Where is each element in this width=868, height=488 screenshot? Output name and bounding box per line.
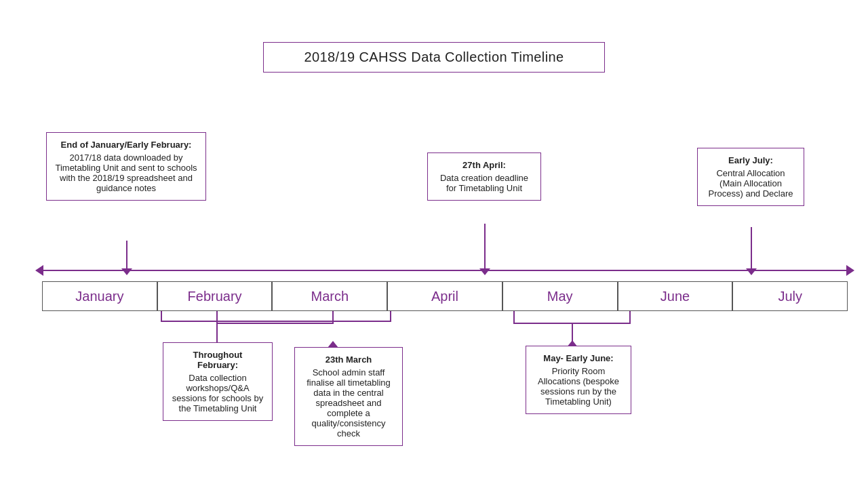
month-may: May — [502, 281, 618, 311]
arrow-left-icon — [35, 265, 43, 276]
callout-march-title: 23th March — [303, 354, 394, 365]
callout-feb-body: Data collection workshops/Q&A sessions f… — [172, 373, 264, 413]
feb-march-bracket — [161, 311, 391, 322]
arrow-down-july — [746, 268, 757, 275]
callout-january: End of January/Early February: 2017/18 d… — [46, 132, 206, 201]
page-title: 2018/19 CAHSS Data Collection Timeline — [304, 49, 564, 64]
bracket-bottom-feb-march — [216, 323, 334, 324]
callout-may-below: May- Early June: Priority Room Allocatio… — [526, 346, 631, 414]
month-january: January — [42, 281, 157, 311]
months-row: January February March April May June Ju… — [42, 281, 848, 311]
month-february: February — [157, 281, 273, 311]
callout-january-body: 2017/18 data downloaded by Timetabling U… — [55, 152, 197, 193]
bracket-left-feb — [216, 311, 218, 323]
callout-april: 27th April: Data creation deadline for T… — [427, 152, 541, 201]
arrow-down-april — [479, 268, 490, 275]
vline-feb-below — [216, 323, 218, 343]
month-july: July — [732, 281, 848, 311]
arrow-down-january — [121, 268, 132, 275]
callout-feb-title: Throughout February: — [172, 350, 264, 370]
callout-january-title: End of January/Early February: — [55, 140, 197, 150]
callout-february-below: Throughout February: Data collection wor… — [163, 342, 273, 421]
month-june: June — [618, 281, 733, 311]
month-march: March — [272, 281, 387, 311]
callout-july-body: Central Allocation (Main Allocation Proc… — [706, 168, 795, 199]
callout-july: Early July: Central Allocation (Main All… — [697, 148, 804, 206]
vline-april — [484, 224, 486, 270]
callout-march-body: School admin staff finalise all timetabl… — [303, 367, 394, 439]
callout-march-below: 23th March School admin staff finalise a… — [294, 347, 403, 446]
title-box: 2018/19 CAHSS Data Collection Timeline — [263, 42, 605, 73]
bracket-right-march — [332, 311, 334, 323]
vline-july — [751, 227, 752, 270]
page: 2018/19 CAHSS Data Collection Timeline J… — [0, 0, 868, 488]
vline-january — [126, 241, 127, 270]
bracket-left-may — [513, 311, 515, 323]
vline-may-below — [572, 323, 573, 342]
callout-april-title: 27th April: — [436, 160, 532, 170]
timeline-line — [42, 270, 848, 271]
callout-may-title: May- Early June: — [534, 353, 623, 363]
bracket-right-may — [629, 311, 631, 323]
callout-july-title: Early July: — [706, 155, 795, 165]
month-april: April — [387, 281, 502, 311]
callout-april-body: Data creation deadline for Timetabling U… — [436, 173, 532, 193]
callout-may-body: Priority Room Allocations (bespoke sessi… — [534, 366, 623, 407]
arrow-right-icon — [846, 265, 854, 276]
